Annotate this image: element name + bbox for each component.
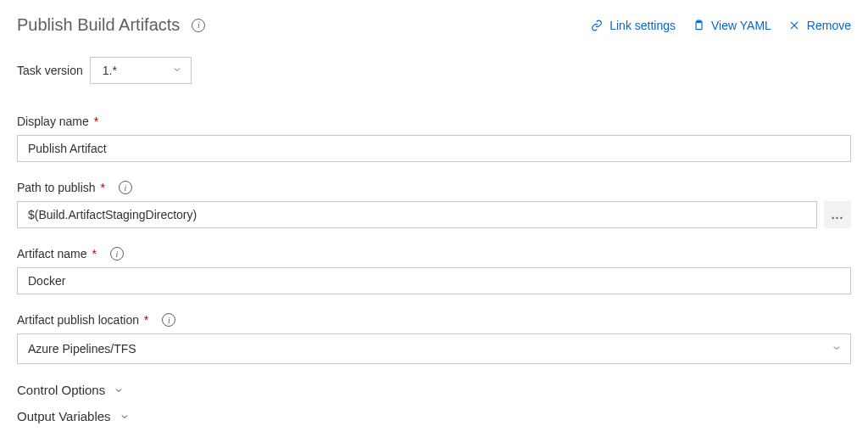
publish-location-info-icon[interactable]: i (162, 313, 175, 327)
output-variables-label: Output Variables (17, 409, 111, 423)
display-name-label: Display name (17, 115, 89, 128)
control-options-toggle[interactable]: Control Options (17, 383, 851, 397)
path-to-publish-input[interactable] (17, 201, 817, 228)
chevron-down-icon (172, 64, 182, 77)
link-settings-label: Link settings (609, 19, 676, 32)
required-marker: * (144, 313, 148, 327)
browse-path-button[interactable]: ... (824, 201, 851, 228)
artifact-name-input[interactable] (17, 267, 851, 294)
artifact-name-label: Artifact name (17, 247, 86, 261)
clipboard-icon (693, 20, 704, 31)
publish-location-label: Artifact publish location (17, 313, 139, 327)
close-icon (788, 20, 800, 31)
output-variables-toggle[interactable]: Output Variables (17, 409, 851, 423)
link-icon (591, 20, 603, 31)
task-version-value: 1.* (103, 64, 117, 77)
task-version-select[interactable]: 1.* (90, 57, 192, 84)
required-marker: * (101, 181, 105, 194)
control-options-label: Control Options (17, 383, 105, 397)
chevron-down-icon (120, 412, 130, 422)
chevron-down-icon (114, 385, 124, 395)
link-settings-button[interactable]: Link settings (591, 19, 676, 32)
required-marker: * (92, 247, 96, 261)
display-name-input[interactable] (17, 135, 851, 162)
remove-label: Remove (807, 19, 851, 32)
title-info-icon[interactable]: i (192, 19, 205, 32)
task-version-label: Task version (17, 64, 83, 77)
artifact-name-info-icon[interactable]: i (110, 247, 124, 261)
publish-location-value: Azure Pipelines/TFS (28, 342, 136, 356)
path-info-icon[interactable]: i (119, 181, 132, 194)
view-yaml-label: View YAML (711, 19, 771, 32)
page-title: Publish Build Artifacts (17, 15, 180, 35)
required-marker: * (94, 115, 98, 128)
publish-location-select[interactable]: Azure Pipelines/TFS (17, 333, 851, 364)
remove-button[interactable]: Remove (788, 19, 851, 32)
chevron-down-icon (832, 342, 842, 356)
view-yaml-button[interactable]: View YAML (693, 19, 771, 32)
path-to-publish-label: Path to publish (17, 181, 96, 194)
